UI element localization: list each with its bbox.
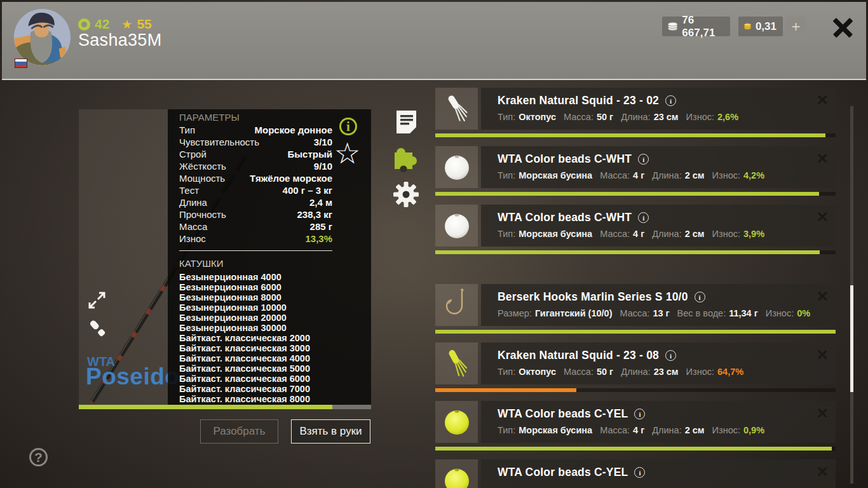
item-info-button[interactable]: i bbox=[339, 118, 357, 135]
inventory-item-row: WTA Color beads C-WHTiТип:Морская бусина… bbox=[435, 146, 836, 188]
info-icon[interactable]: i bbox=[638, 154, 649, 165]
param-row: Жёсткость9/10 bbox=[179, 160, 332, 172]
remove-item-button[interactable]: × bbox=[817, 149, 828, 168]
info-icon[interactable]: i bbox=[665, 95, 676, 106]
remove-item-button[interactable]: × bbox=[817, 207, 828, 226]
favorite-star-button[interactable]: ☆ bbox=[334, 139, 360, 168]
param-row: Прочность238,3 кг bbox=[179, 208, 332, 220]
player-level: 42 bbox=[95, 17, 109, 32]
item-title-row: WTA Color beads C-YELi bbox=[498, 466, 836, 479]
item-title: WTA Color beads C-YEL bbox=[498, 466, 628, 479]
param-label: Масса bbox=[179, 221, 207, 232]
tab-notes[interactable] bbox=[391, 109, 421, 136]
add-money-button[interactable]: + bbox=[786, 17, 806, 36]
info-icon[interactable]: i bbox=[634, 467, 645, 478]
avatar[interactable] bbox=[14, 9, 71, 65]
spec-value: 3,9% bbox=[743, 229, 764, 239]
remove-item-button[interactable]: × bbox=[817, 462, 828, 481]
spec-value: 2 см bbox=[685, 425, 705, 435]
inventory-item-card[interactable]: Kraken Natural Squid - 23 - 02iТип:Октоп… bbox=[481, 88, 836, 130]
inventory-item-row: WTA Color beads C-WHTiТип:Морская бусина… bbox=[435, 205, 836, 247]
inventory-item: Kraken Natural Squid - 23 - 02iТип:Октоп… bbox=[435, 88, 836, 137]
rod-durability-bar bbox=[79, 405, 371, 409]
squid-lure-yellow-image bbox=[440, 346, 474, 381]
spec-label: Износ: bbox=[766, 308, 794, 318]
edit-marker-button[interactable] bbox=[86, 318, 109, 342]
reel-row: Байткаст. классическая 7000 bbox=[179, 384, 332, 394]
gear-icon bbox=[393, 181, 419, 208]
item-title: WTA Color beads C-WHT bbox=[498, 152, 632, 166]
param-value: Морское донное bbox=[255, 125, 332, 135]
level-ring-icon bbox=[78, 18, 90, 30]
spec-value: 4,2% bbox=[743, 170, 764, 180]
inventory-item-card[interactable]: WTA Color beads C-YELiТип:Морская бусина… bbox=[481, 401, 836, 443]
inventory-list: Kraken Natural Squid - 23 - 02iТип:Октоп… bbox=[435, 88, 836, 488]
inventory-item-row: WTA Color beads C-YELiТип:Морская бусина… bbox=[435, 401, 836, 443]
reels-list: Безынерционная 4000Безынерционная 6000Бе… bbox=[179, 272, 332, 404]
tab-settings[interactable] bbox=[391, 182, 421, 208]
player-stars: 55 bbox=[137, 17, 151, 32]
item-durability-bar bbox=[435, 133, 836, 137]
country-flag-ru bbox=[15, 58, 27, 68]
close-screen-button[interactable] bbox=[832, 17, 853, 38]
take-in-hands-button[interactable]: Взять в руки bbox=[291, 419, 370, 444]
item-durability-bar bbox=[435, 330, 836, 334]
remove-item-button[interactable]: × bbox=[817, 345, 828, 364]
remove-item-button[interactable]: × bbox=[817, 90, 828, 109]
reel-row: Байткаст. классическая 4000 bbox=[179, 353, 332, 363]
tab-components[interactable] bbox=[391, 146, 421, 172]
param-row: Тест400 г – 3 кг bbox=[179, 184, 332, 196]
info-icon[interactable]: i bbox=[695, 292, 705, 302]
bead-white-icon bbox=[435, 205, 478, 247]
inventory-item-card[interactable]: Berserk Hooks Marlin Series S 10/0iРазме… bbox=[481, 284, 836, 326]
scrollbar-track[interactable] bbox=[850, 106, 853, 484]
item-specs: Тип:Морская бусинаМасса:4 гДлина:2 смИзн… bbox=[498, 229, 836, 239]
spec-value: 23 см bbox=[654, 367, 679, 377]
player-name: Sasha35M bbox=[78, 30, 161, 50]
spec-value: 11,34 г bbox=[729, 308, 758, 318]
item-durability-fill bbox=[435, 192, 819, 196]
silver-balance: 76 667,71 bbox=[662, 17, 730, 36]
help-button[interactable]: ? bbox=[29, 448, 48, 466]
expand-preview-button[interactable] bbox=[86, 290, 107, 313]
item-durability-fill bbox=[435, 250, 820, 254]
puzzle-icon bbox=[391, 144, 421, 172]
param-row: МощностьТяжёлое морское bbox=[179, 172, 332, 184]
spec-value: 0,9% bbox=[743, 425, 764, 435]
spec-label: Износ: bbox=[712, 425, 740, 435]
reel-row: Безынерционная 4000 bbox=[179, 272, 332, 282]
item-durability-fill bbox=[435, 330, 836, 334]
spec-value: Октопус bbox=[519, 367, 556, 377]
reel-row: Безынерционная 10000 bbox=[179, 302, 332, 313]
squid-yellow-icon bbox=[435, 342, 478, 384]
inventory-item-card[interactable]: WTA Color beads C-WHTiТип:Морская бусина… bbox=[481, 146, 836, 188]
info-icon[interactable]: i bbox=[638, 212, 649, 223]
inventory-item: Berserk Hooks Marlin Series S 10/0iРазме… bbox=[435, 284, 836, 334]
disassemble-button[interactable]: Разобрать bbox=[200, 419, 278, 444]
inventory-item: WTA Color beads C-WHTiТип:Морская бусина… bbox=[435, 205, 836, 254]
inventory-item-card[interactable]: WTA Color beads C-WHTiТип:Морская бусина… bbox=[481, 205, 836, 247]
reel-row: Байткаст. классическая 8000 bbox=[179, 394, 332, 404]
spec-label: Износ: bbox=[712, 229, 740, 239]
param-label: Тип bbox=[179, 125, 195, 135]
spec-label: Износ: bbox=[686, 112, 714, 122]
item-specs: Тип:ОктопусМасса:50 гДлина:23 смИзнос:2,… bbox=[498, 112, 836, 122]
inventory-item: WTA Color beads C-WHTiТип:Морская бусина… bbox=[435, 146, 836, 196]
inventory-item-row: Kraken Natural Squid - 23 - 02iТип:Октоп… bbox=[435, 88, 836, 130]
squid-white-icon bbox=[435, 88, 478, 130]
scrollbar-thumb[interactable] bbox=[850, 285, 853, 392]
param-row: Износ13,3% bbox=[179, 233, 332, 245]
spec-label: Тип: bbox=[498, 229, 515, 239]
inventory-item-card[interactable]: WTA Color beads C-YELi× bbox=[481, 459, 836, 488]
remove-item-button[interactable]: × bbox=[817, 403, 828, 423]
info-icon[interactable]: i bbox=[634, 409, 645, 419]
inventory-item-card[interactable]: Kraken Natural Squid - 23 - 08iТип:Октоп… bbox=[481, 342, 836, 384]
inventory-item: WTA Color beads C-YELi× bbox=[435, 459, 836, 488]
bead-yellow-icon bbox=[435, 401, 478, 443]
info-icon[interactable]: i bbox=[665, 350, 676, 361]
divider bbox=[179, 250, 332, 251]
silver-coins-icon bbox=[667, 21, 678, 32]
param-label: Чувствительность bbox=[179, 137, 259, 147]
spec-label: Износ: bbox=[712, 170, 740, 180]
remove-item-button[interactable]: × bbox=[817, 287, 828, 306]
